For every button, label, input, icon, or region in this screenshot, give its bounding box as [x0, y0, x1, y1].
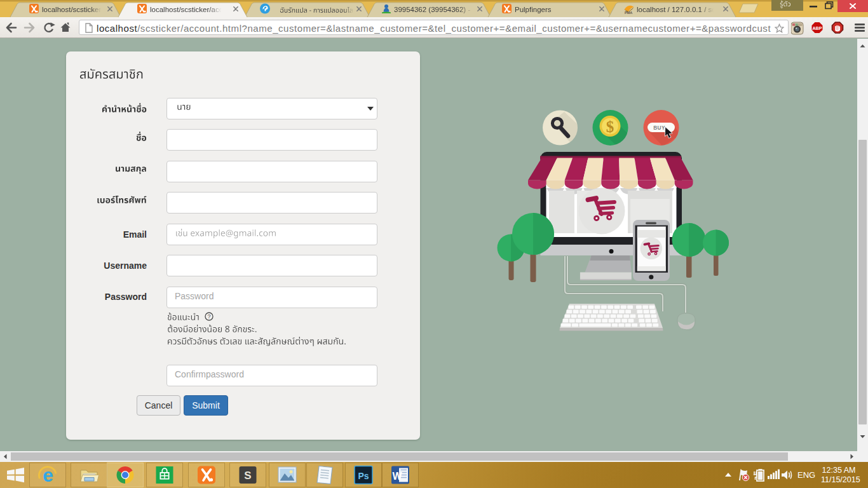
- svg-text:$: $: [606, 118, 614, 135]
- svg-text:PMA: PMA: [625, 11, 632, 15]
- svg-text:BUY: BUY: [653, 125, 665, 131]
- svg-text:W: W: [392, 471, 402, 482]
- svg-text:?: ?: [207, 313, 210, 320]
- svg-text:S: S: [244, 470, 251, 482]
- svg-text:ABP: ABP: [812, 25, 822, 31]
- svg-text:Ps: Ps: [358, 471, 369, 481]
